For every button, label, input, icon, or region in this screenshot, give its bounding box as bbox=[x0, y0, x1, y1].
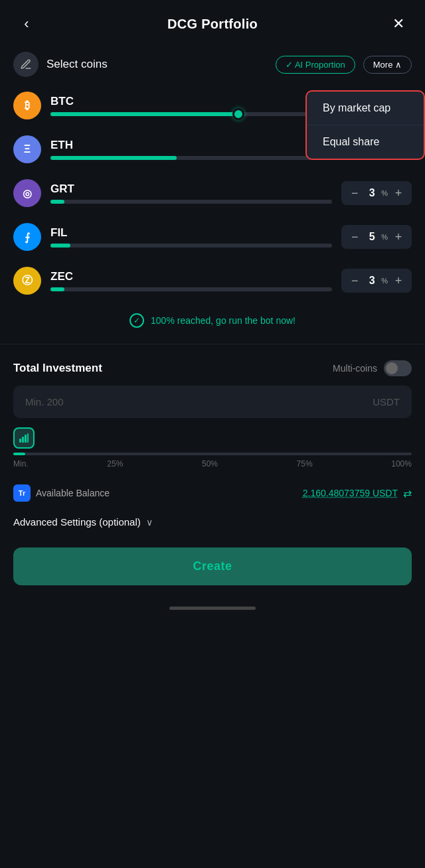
status-text: 100% reached, go run the bot now! bbox=[151, 315, 296, 326]
coins-section: ₿ BTC Ξ ETH By market cap Equal share ◎ … bbox=[0, 84, 425, 303]
edit-icon[interactable] bbox=[13, 52, 39, 77]
fil-increment-button[interactable]: + bbox=[389, 228, 408, 246]
app-header: ‹ DCG Portfolio ✕ bbox=[0, 0, 425, 45]
tr-icon: Tr bbox=[13, 484, 31, 502]
fil-slider[interactable] bbox=[50, 244, 332, 248]
zec-stepper: − 3 % + bbox=[341, 269, 412, 293]
btc-slider-thumb bbox=[232, 108, 244, 120]
proportion-dropdown: By market cap Equal share bbox=[305, 90, 425, 160]
zec-increment-button[interactable]: + bbox=[389, 271, 408, 290]
equal-share-option[interactable]: Equal share bbox=[307, 125, 424, 159]
multi-coins-wrap: Multi-coins bbox=[333, 360, 412, 376]
multi-coins-label: Multi-coins bbox=[333, 363, 377, 374]
svg-rect-2 bbox=[25, 435, 27, 443]
zec-icon: Ⓩ bbox=[13, 267, 41, 295]
zec-slider[interactable] bbox=[50, 287, 332, 291]
coin-row-fil: ⨍ FIL − 5 % + bbox=[13, 215, 412, 259]
investment-currency: USDT bbox=[373, 396, 400, 407]
fil-stepper: − 5 % + bbox=[341, 225, 412, 249]
avail-balance-value: 2,160.48073759 USDT bbox=[303, 488, 398, 498]
slider-label-50: 50% bbox=[202, 459, 218, 469]
multi-coins-toggle[interactable] bbox=[384, 360, 412, 376]
slider-label-75: 75% bbox=[297, 459, 313, 469]
btc-icon: ₿ bbox=[13, 92, 41, 119]
chevron-down-icon: ∨ bbox=[146, 517, 153, 528]
fil-icon: ⨍ bbox=[13, 223, 41, 251]
avail-right: 2,160.48073759 USDT ⇄ bbox=[303, 487, 412, 500]
svg-rect-0 bbox=[19, 439, 21, 443]
advanced-settings-label: Advanced Settings (optional) bbox=[13, 516, 141, 528]
create-button[interactable]: Create bbox=[13, 547, 412, 585]
coin-row-grt: ◎ GRT − 3 % + bbox=[13, 171, 412, 215]
grt-decrement-button[interactable]: − bbox=[345, 184, 364, 202]
fil-name: FIL bbox=[50, 226, 332, 240]
page-title: DCG Portfolio bbox=[167, 17, 258, 32]
swap-icon[interactable]: ⇄ bbox=[403, 487, 412, 500]
status-message: ✓ 100% reached, go run the bot now! bbox=[0, 303, 425, 338]
home-bar bbox=[169, 607, 256, 610]
grt-info: GRT bbox=[50, 182, 332, 204]
by-market-cap-option[interactable]: By market cap bbox=[307, 92, 424, 125]
slider-chart-icon bbox=[13, 427, 35, 449]
investment-placeholder: Min. 200 bbox=[25, 396, 64, 407]
grt-increment-button[interactable]: + bbox=[389, 184, 408, 202]
coin-row-zec: Ⓩ ZEC − 3 % + bbox=[13, 259, 412, 303]
eth-icon: Ξ bbox=[13, 135, 41, 163]
avail-left: Tr Available Balance bbox=[13, 484, 110, 502]
zec-percent-sign: % bbox=[381, 277, 388, 285]
fil-info: FIL bbox=[50, 226, 332, 248]
divider bbox=[0, 344, 425, 344]
slider-label-min: Min. bbox=[13, 459, 29, 469]
grt-slider-fill bbox=[50, 200, 64, 204]
fil-slider-fill bbox=[50, 244, 70, 248]
available-balance-row: Tr Available Balance 2,160.48073759 USDT… bbox=[0, 476, 425, 510]
advanced-settings-row[interactable]: Advanced Settings (optional) ∨ bbox=[0, 510, 425, 538]
select-coins-row: Select coins ✓ AI Proportion More ∧ bbox=[0, 45, 425, 84]
create-btn-wrap: Create bbox=[0, 538, 425, 599]
zec-slider-fill bbox=[50, 287, 64, 291]
zec-name: ZEC bbox=[50, 270, 332, 283]
slider-label-100: 100% bbox=[391, 459, 412, 469]
select-coins-label: Select coins bbox=[46, 58, 268, 71]
zec-info: ZEC bbox=[50, 270, 332, 291]
grt-value: 3 bbox=[364, 187, 380, 199]
ai-proportion-button[interactable]: ✓ AI Proportion bbox=[276, 56, 355, 74]
btc-slider-fill bbox=[50, 112, 238, 116]
svg-rect-1 bbox=[22, 437, 24, 443]
check-icon: ✓ bbox=[129, 313, 144, 328]
grt-name: GRT bbox=[50, 182, 332, 196]
grt-stepper: − 3 % + bbox=[341, 181, 412, 205]
more-button[interactable]: More ∧ bbox=[363, 56, 412, 74]
close-button[interactable]: ✕ bbox=[388, 13, 409, 35]
total-investment-header: Total Investment Multi-coins bbox=[13, 360, 412, 376]
investment-slider-track[interactable] bbox=[13, 453, 412, 455]
svg-rect-3 bbox=[27, 433, 29, 443]
fil-value: 5 bbox=[364, 231, 380, 243]
toggle-knob bbox=[386, 362, 398, 374]
total-investment-section: Total Investment Multi-coins Min. 200 US… bbox=[0, 350, 425, 418]
investment-slider-fill bbox=[13, 453, 25, 455]
investment-slider-labels: Min. 25% 50% 75% 100% bbox=[13, 459, 412, 469]
total-investment-label: Total Investment bbox=[13, 362, 102, 375]
grt-slider[interactable] bbox=[50, 200, 332, 204]
grt-icon: ◎ bbox=[13, 179, 41, 207]
zec-value: 3 bbox=[364, 275, 380, 287]
avail-balance-label: Available Balance bbox=[36, 488, 110, 498]
fil-percent-sign: % bbox=[381, 233, 388, 241]
grt-percent-sign: % bbox=[381, 189, 388, 197]
investment-slider-section: Min. 25% 50% 75% 100% bbox=[0, 427, 425, 469]
zec-decrement-button[interactable]: − bbox=[345, 271, 364, 290]
fil-decrement-button[interactable]: − bbox=[345, 228, 364, 246]
home-indicator bbox=[0, 599, 425, 615]
investment-input-wrap[interactable]: Min. 200 USDT bbox=[13, 386, 412, 418]
eth-slider-fill bbox=[50, 156, 177, 160]
back-button[interactable]: ‹ bbox=[16, 13, 37, 35]
slider-label-25: 25% bbox=[107, 459, 123, 469]
